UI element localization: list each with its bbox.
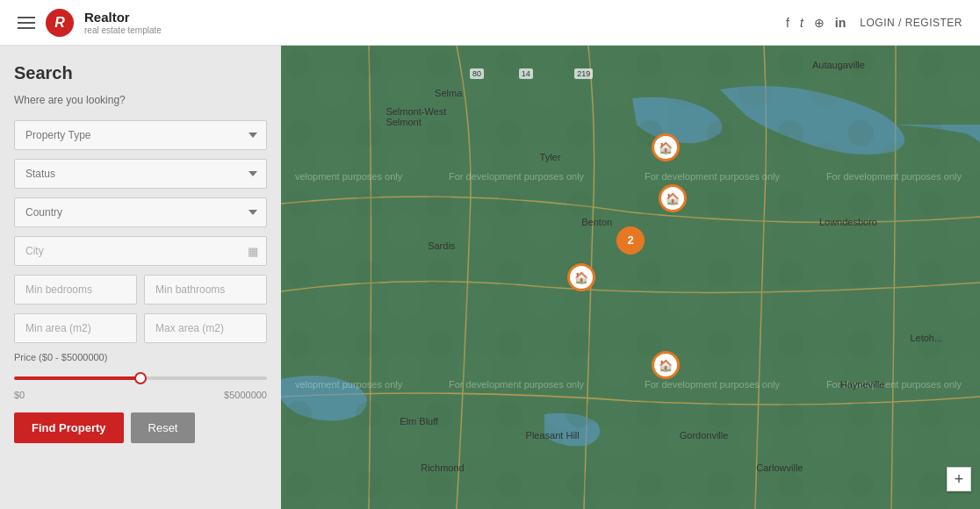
svg-rect-1 <box>281 46 980 509</box>
price-slider[interactable] <box>14 376 267 380</box>
search-subtitle: Where are you looking? <box>14 94 267 106</box>
linkedin-icon[interactable]: in <box>835 16 846 30</box>
city-input[interactable] <box>14 236 267 266</box>
bedrooms-bathrooms-row <box>14 275 267 305</box>
map-pin-2[interactable]: 🏠 <box>659 184 687 212</box>
zoom-in-button[interactable]: + <box>947 467 971 491</box>
login-register-link[interactable]: LOGIN / REGISTER <box>860 17 962 29</box>
twitter-icon[interactable]: t <box>800 16 803 30</box>
action-buttons: Find Property Reset <box>14 412 267 443</box>
globe-icon[interactable]: ⊕ <box>814 16 825 30</box>
price-max-label: $5000000 <box>224 390 267 400</box>
price-min-label: $0 <box>14 390 25 400</box>
status-select[interactable]: Status <box>14 159 267 189</box>
map-pin-1[interactable]: 🏠 <box>652 133 680 161</box>
max-area-input[interactable] <box>144 313 267 343</box>
dev-watermark-5: velopment purposes only <box>295 379 402 390</box>
cluster-count: 2 <box>627 233 633 247</box>
logo-icon: R <box>46 9 74 37</box>
brand-subtitle: real estate template <box>84 25 162 36</box>
dev-watermark-1: velopment purposes only <box>295 171 402 182</box>
map-pin-cluster[interactable]: 2 <box>616 226 645 254</box>
map-svg <box>281 46 980 509</box>
min-bedrooms-input[interactable] <box>14 275 137 305</box>
header: R Realtor real estate template f t ⊕ in … <box>0 0 980 46</box>
area-row <box>14 313 267 343</box>
house-icon-4: 🏠 <box>574 271 588 284</box>
dev-watermark-8: For development purposes only <box>826 379 962 390</box>
dev-watermark-4: For development purposes only <box>826 171 962 182</box>
map-pin-5[interactable]: 🏠 <box>652 351 680 379</box>
city-wrapper: ▦ <box>14 236 267 266</box>
dev-watermark-6: For development purposes only <box>449 379 584 390</box>
hamburger-button[interactable] <box>18 17 35 29</box>
dev-watermark-3: For development purposes only <box>645 171 780 182</box>
map-container: velopment purposes only For development … <box>281 46 980 509</box>
dev-watermark-7: For development purposes only <box>645 379 780 390</box>
property-type-select[interactable]: Property Type <box>14 120 267 150</box>
min-bathrooms-input[interactable] <box>144 275 267 305</box>
house-icon-5: 🏠 <box>659 359 673 372</box>
country-select[interactable]: Country <box>14 197 267 227</box>
price-range-labels: $0 $5000000 <box>14 390 267 400</box>
header-left: R Realtor real estate template <box>18 9 162 37</box>
city-search-icon: ▦ <box>248 245 258 258</box>
reset-button[interactable]: Reset <box>131 412 196 443</box>
main-content: Search Where are you looking? Property T… <box>0 46 980 509</box>
find-property-button[interactable]: Find Property <box>14 412 124 443</box>
search-sidebar: Search Where are you looking? Property T… <box>0 46 281 509</box>
price-section: Price ($0 - $5000000) $0 $5000000 <box>14 352 267 400</box>
social-icons: f t ⊕ in <box>786 16 846 30</box>
header-right: f t ⊕ in LOGIN / REGISTER <box>786 16 962 30</box>
brand-text: Realtor real estate template <box>84 10 162 36</box>
search-title: Search <box>14 63 267 83</box>
brand-name: Realtor <box>84 10 162 25</box>
dev-watermark-2: For development purposes only <box>449 171 584 182</box>
facebook-icon[interactable]: f <box>786 16 789 30</box>
min-area-input[interactable] <box>14 313 137 343</box>
price-label: Price ($0 - $5000000) <box>14 352 267 362</box>
house-icon-2: 🏠 <box>666 192 680 205</box>
map-pin-4[interactable]: 🏠 <box>567 263 595 291</box>
price-slider-wrapper <box>14 366 267 386</box>
house-icon-1: 🏠 <box>659 141 673 154</box>
